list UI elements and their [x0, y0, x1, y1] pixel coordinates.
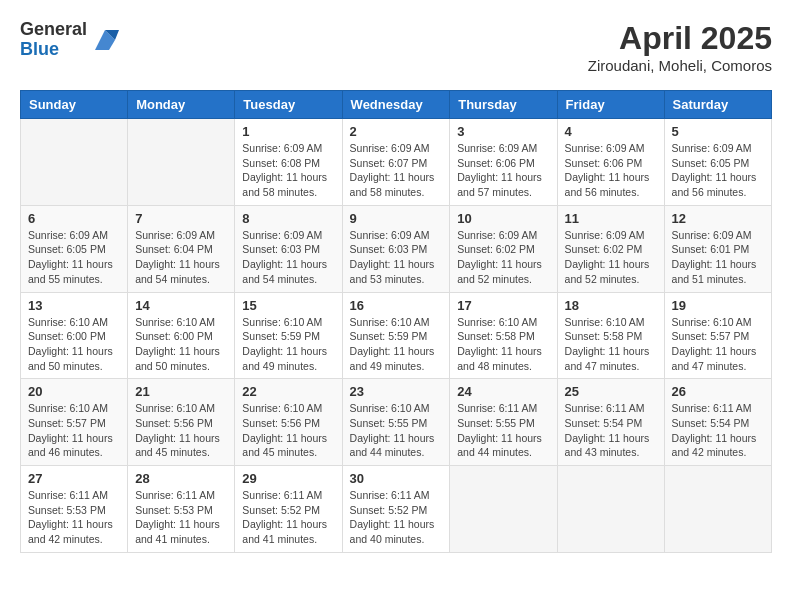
day-info: Sunrise: 6:09 AM Sunset: 6:01 PM Dayligh… [672, 228, 764, 287]
calendar-cell: 20Sunrise: 6:10 AM Sunset: 5:57 PM Dayli… [21, 379, 128, 466]
calendar-cell: 30Sunrise: 6:11 AM Sunset: 5:52 PM Dayli… [342, 466, 450, 553]
day-number: 14 [135, 298, 227, 313]
calendar-cell: 10Sunrise: 6:09 AM Sunset: 6:02 PM Dayli… [450, 205, 557, 292]
day-info: Sunrise: 6:10 AM Sunset: 5:57 PM Dayligh… [28, 401, 120, 460]
day-info: Sunrise: 6:11 AM Sunset: 5:53 PM Dayligh… [135, 488, 227, 547]
calendar-cell: 13Sunrise: 6:10 AM Sunset: 6:00 PM Dayli… [21, 292, 128, 379]
calendar-week-row: 13Sunrise: 6:10 AM Sunset: 6:00 PM Dayli… [21, 292, 772, 379]
day-info: Sunrise: 6:10 AM Sunset: 5:57 PM Dayligh… [672, 315, 764, 374]
calendar-cell: 19Sunrise: 6:10 AM Sunset: 5:57 PM Dayli… [664, 292, 771, 379]
day-number: 23 [350, 384, 443, 399]
calendar-cell: 28Sunrise: 6:11 AM Sunset: 5:53 PM Dayli… [128, 466, 235, 553]
calendar-cell: 6Sunrise: 6:09 AM Sunset: 6:05 PM Daylig… [21, 205, 128, 292]
logo-icon [91, 26, 119, 54]
day-number: 13 [28, 298, 120, 313]
calendar-cell [21, 119, 128, 206]
day-number: 29 [242, 471, 334, 486]
weekday-header: Saturday [664, 91, 771, 119]
day-info: Sunrise: 6:11 AM Sunset: 5:54 PM Dayligh… [672, 401, 764, 460]
calendar-cell: 3Sunrise: 6:09 AM Sunset: 6:06 PM Daylig… [450, 119, 557, 206]
calendar-cell: 7Sunrise: 6:09 AM Sunset: 6:04 PM Daylig… [128, 205, 235, 292]
day-number: 20 [28, 384, 120, 399]
weekday-header: Wednesday [342, 91, 450, 119]
day-info: Sunrise: 6:09 AM Sunset: 6:08 PM Dayligh… [242, 141, 334, 200]
calendar-cell: 24Sunrise: 6:11 AM Sunset: 5:55 PM Dayli… [450, 379, 557, 466]
location-text: Ziroudani, Moheli, Comoros [588, 57, 772, 74]
day-number: 10 [457, 211, 549, 226]
day-number: 11 [565, 211, 657, 226]
calendar-cell: 11Sunrise: 6:09 AM Sunset: 6:02 PM Dayli… [557, 205, 664, 292]
day-info: Sunrise: 6:11 AM Sunset: 5:52 PM Dayligh… [350, 488, 443, 547]
calendar-cell: 5Sunrise: 6:09 AM Sunset: 6:05 PM Daylig… [664, 119, 771, 206]
logo: General Blue [20, 20, 119, 60]
day-number: 5 [672, 124, 764, 139]
day-number: 4 [565, 124, 657, 139]
title-block: April 2025 Ziroudani, Moheli, Comoros [588, 20, 772, 74]
calendar-cell: 29Sunrise: 6:11 AM Sunset: 5:52 PM Dayli… [235, 466, 342, 553]
calendar-cell: 8Sunrise: 6:09 AM Sunset: 6:03 PM Daylig… [235, 205, 342, 292]
page-header: General Blue April 2025 Ziroudani, Mohel… [20, 20, 772, 74]
day-info: Sunrise: 6:11 AM Sunset: 5:54 PM Dayligh… [565, 401, 657, 460]
day-number: 26 [672, 384, 764, 399]
day-number: 28 [135, 471, 227, 486]
day-info: Sunrise: 6:10 AM Sunset: 6:00 PM Dayligh… [28, 315, 120, 374]
calendar-week-row: 1Sunrise: 6:09 AM Sunset: 6:08 PM Daylig… [21, 119, 772, 206]
calendar-cell [557, 466, 664, 553]
day-number: 18 [565, 298, 657, 313]
calendar-cell: 15Sunrise: 6:10 AM Sunset: 5:59 PM Dayli… [235, 292, 342, 379]
calendar-cell: 27Sunrise: 6:11 AM Sunset: 5:53 PM Dayli… [21, 466, 128, 553]
day-info: Sunrise: 6:09 AM Sunset: 6:06 PM Dayligh… [457, 141, 549, 200]
day-number: 27 [28, 471, 120, 486]
day-info: Sunrise: 6:09 AM Sunset: 6:05 PM Dayligh… [28, 228, 120, 287]
day-number: 1 [242, 124, 334, 139]
calendar-cell: 14Sunrise: 6:10 AM Sunset: 6:00 PM Dayli… [128, 292, 235, 379]
calendar-week-row: 20Sunrise: 6:10 AM Sunset: 5:57 PM Dayli… [21, 379, 772, 466]
day-number: 6 [28, 211, 120, 226]
calendar-cell: 17Sunrise: 6:10 AM Sunset: 5:58 PM Dayli… [450, 292, 557, 379]
day-info: Sunrise: 6:09 AM Sunset: 6:04 PM Dayligh… [135, 228, 227, 287]
day-number: 24 [457, 384, 549, 399]
day-number: 2 [350, 124, 443, 139]
day-info: Sunrise: 6:09 AM Sunset: 6:02 PM Dayligh… [565, 228, 657, 287]
calendar-table: SundayMondayTuesdayWednesdayThursdayFrid… [20, 90, 772, 553]
day-number: 3 [457, 124, 549, 139]
calendar-cell [450, 466, 557, 553]
calendar-cell: 2Sunrise: 6:09 AM Sunset: 6:07 PM Daylig… [342, 119, 450, 206]
calendar-cell: 16Sunrise: 6:10 AM Sunset: 5:59 PM Dayli… [342, 292, 450, 379]
day-info: Sunrise: 6:11 AM Sunset: 5:53 PM Dayligh… [28, 488, 120, 547]
day-info: Sunrise: 6:10 AM Sunset: 5:56 PM Dayligh… [242, 401, 334, 460]
day-number: 7 [135, 211, 227, 226]
day-info: Sunrise: 6:10 AM Sunset: 6:00 PM Dayligh… [135, 315, 227, 374]
calendar-cell: 21Sunrise: 6:10 AM Sunset: 5:56 PM Dayli… [128, 379, 235, 466]
calendar-week-row: 27Sunrise: 6:11 AM Sunset: 5:53 PM Dayli… [21, 466, 772, 553]
calendar-cell: 4Sunrise: 6:09 AM Sunset: 6:06 PM Daylig… [557, 119, 664, 206]
calendar-cell: 9Sunrise: 6:09 AM Sunset: 6:03 PM Daylig… [342, 205, 450, 292]
day-number: 25 [565, 384, 657, 399]
day-info: Sunrise: 6:10 AM Sunset: 5:58 PM Dayligh… [565, 315, 657, 374]
day-number: 15 [242, 298, 334, 313]
day-number: 16 [350, 298, 443, 313]
day-info: Sunrise: 6:10 AM Sunset: 5:56 PM Dayligh… [135, 401, 227, 460]
month-title: April 2025 [588, 20, 772, 57]
day-info: Sunrise: 6:11 AM Sunset: 5:55 PM Dayligh… [457, 401, 549, 460]
day-number: 8 [242, 211, 334, 226]
calendar-cell [128, 119, 235, 206]
weekday-header: Tuesday [235, 91, 342, 119]
day-info: Sunrise: 6:09 AM Sunset: 6:07 PM Dayligh… [350, 141, 443, 200]
weekday-header: Monday [128, 91, 235, 119]
calendar-cell: 1Sunrise: 6:09 AM Sunset: 6:08 PM Daylig… [235, 119, 342, 206]
calendar-header-row: SundayMondayTuesdayWednesdayThursdayFrid… [21, 91, 772, 119]
day-info: Sunrise: 6:11 AM Sunset: 5:52 PM Dayligh… [242, 488, 334, 547]
day-number: 17 [457, 298, 549, 313]
logo-general-text: General [20, 20, 87, 40]
day-info: Sunrise: 6:10 AM Sunset: 5:59 PM Dayligh… [242, 315, 334, 374]
calendar-cell: 25Sunrise: 6:11 AM Sunset: 5:54 PM Dayli… [557, 379, 664, 466]
day-number: 22 [242, 384, 334, 399]
day-info: Sunrise: 6:09 AM Sunset: 6:02 PM Dayligh… [457, 228, 549, 287]
weekday-header: Sunday [21, 91, 128, 119]
calendar-cell: 23Sunrise: 6:10 AM Sunset: 5:55 PM Dayli… [342, 379, 450, 466]
calendar-cell: 26Sunrise: 6:11 AM Sunset: 5:54 PM Dayli… [664, 379, 771, 466]
day-number: 9 [350, 211, 443, 226]
weekday-header: Thursday [450, 91, 557, 119]
logo-blue-text: Blue [20, 40, 87, 60]
